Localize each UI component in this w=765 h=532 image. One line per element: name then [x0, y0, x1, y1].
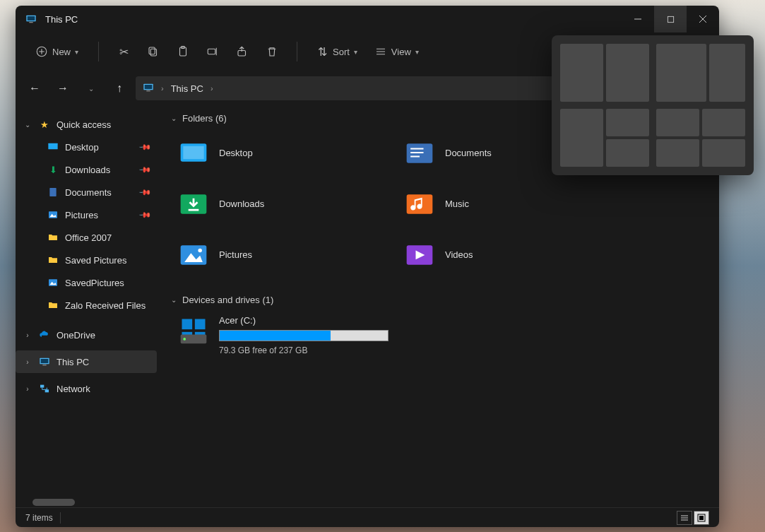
svg-rect-22 [146, 90, 150, 91]
snap-cell[interactable] [656, 139, 699, 167]
folder-item-desktop[interactable]: Desktop [178, 134, 404, 172]
svg-rect-58 [699, 516, 704, 520]
svg-point-53 [183, 338, 186, 341]
sidebar-item-desktop[interactable]: Desktop 📌 [16, 136, 157, 158]
sidebar-item-documents[interactable]: Documents 📌 [16, 181, 157, 203]
plus-circle-icon [35, 45, 48, 58]
item-count: 7 items [25, 513, 53, 523]
copy-button[interactable] [141, 39, 165, 64]
star-icon: ★ [38, 118, 51, 131]
drive-item[interactable]: Acer (C:) 79.3 GB free of 237 GB [178, 315, 705, 355]
rename-button[interactable] [201, 39, 225, 64]
folder-item-videos[interactable]: Videos [404, 235, 630, 273]
sidebar-item-folder[interactable]: Saved Pictures [16, 249, 157, 271]
share-button[interactable] [230, 39, 254, 64]
pin-icon: 📌 [138, 140, 151, 153]
view-button[interactable]: View ▾ [369, 39, 425, 64]
folder-icon [47, 254, 59, 266]
snap-cell[interactable] [606, 139, 649, 167]
pin-icon: 📌 [138, 162, 151, 176]
paste-button[interactable] [171, 39, 195, 64]
sort-button[interactable]: ⇅ Sort ▾ [310, 39, 363, 64]
devices-group-header[interactable]: ⌄ Devices and drives (1) [171, 295, 705, 305]
picture-icon [47, 208, 59, 221]
snap-cell[interactable] [702, 109, 745, 136]
picture-icon [47, 276, 59, 289]
snap-cell[interactable] [702, 139, 745, 167]
snap-cell[interactable] [656, 109, 699, 136]
new-label: New [52, 47, 71, 57]
snap-cell[interactable] [606, 109, 649, 136]
forward-button[interactable]: → [51, 76, 75, 100]
pin-icon: 📌 [138, 185, 151, 199]
details-view-button[interactable] [677, 511, 692, 525]
cut-button[interactable]: ✂ [112, 39, 136, 64]
sidebar-item-pictures[interactable]: Pictures 📌 [16, 203, 157, 226]
chevron-right-icon: › [23, 385, 32, 393]
drive-free-text: 79.3 GB free of 237 GB [219, 345, 389, 355]
snap-cell[interactable] [656, 44, 706, 102]
view-label: View [391, 47, 411, 57]
sidebar-label: Quick access [57, 119, 111, 130]
recent-button[interactable]: ⌄ [79, 76, 103, 100]
group-header-label: Folders (6) [182, 113, 227, 124]
address-location: This PC [171, 83, 203, 94]
folder-label: Videos [445, 249, 473, 260]
svg-rect-35 [183, 146, 203, 159]
sidebar-network[interactable]: › Network [16, 377, 157, 400]
view-icon [374, 45, 387, 58]
chevron-down-icon: ▾ [354, 48, 357, 56]
scrollbar-thumb[interactable] [32, 499, 75, 506]
svg-rect-31 [42, 365, 46, 365]
folder-item-music[interactable]: Music [404, 184, 630, 223]
chevron-right-icon: › [23, 358, 32, 366]
svg-rect-10 [150, 49, 156, 56]
sidebar-quick-access[interactable]: ⌄ ★ Quick access [16, 113, 157, 136]
svg-rect-4 [668, 16, 673, 22]
document-icon [47, 186, 59, 199]
snap-cell[interactable] [606, 44, 649, 102]
folder-icon [404, 137, 435, 168]
close-button[interactable] [687, 6, 719, 32]
tiles-view-button[interactable] [694, 511, 709, 525]
chevron-right-icon: › [210, 84, 213, 93]
svg-rect-33 [45, 389, 49, 392]
minimize-button[interactable] [622, 6, 654, 32]
sidebar-this-pc[interactable]: › This PC [16, 350, 157, 373]
horizontal-scrollbar[interactable] [32, 499, 79, 506]
folder-item-pictures[interactable]: Pictures [178, 235, 404, 273]
sidebar-item-label: Zalo Received Files [65, 300, 146, 311]
sidebar-label: Network [57, 384, 90, 394]
snap-cell[interactable] [560, 44, 603, 102]
copy-icon [147, 45, 160, 58]
sidebar-item-label: Pictures [65, 210, 98, 220]
sidebar-item-folder[interactable]: SavedPictures [16, 271, 157, 294]
back-button[interactable]: ← [23, 76, 47, 100]
chevron-down-icon: ⌄ [23, 121, 32, 129]
snap-cell[interactable] [560, 109, 603, 167]
svg-rect-24 [49, 188, 56, 196]
snap-cell[interactable] [709, 44, 745, 102]
trash-icon [266, 45, 278, 58]
new-button[interactable]: New ▾ [28, 39, 85, 64]
snap-layout-left-stack [560, 109, 649, 167]
scissors-icon: ✂ [117, 45, 130, 58]
svg-rect-49 [195, 319, 206, 330]
sort-icon: ⇅ [316, 45, 328, 58]
folder-label: Documents [445, 148, 492, 158]
folder-icon [404, 239, 435, 270]
maximize-button[interactable] [654, 6, 687, 32]
sidebar-item-label: Desktop [65, 142, 99, 153]
delete-button[interactable] [260, 39, 284, 64]
svg-rect-30 [41, 359, 49, 363]
sidebar-item-folder[interactable]: Office 2007 [16, 226, 157, 249]
sidebar-item-downloads[interactable]: ⬇ Downloads 📌 [16, 158, 157, 181]
up-button[interactable]: ↑ [107, 76, 131, 100]
chevron-down-icon: ▾ [75, 48, 78, 56]
sidebar-onedrive[interactable]: › OneDrive [16, 324, 157, 346]
sidebar-item-folder[interactable]: Zalo Received Files [16, 294, 157, 317]
folder-item-downloads[interactable]: Downloads [178, 184, 404, 223]
svg-rect-14 [208, 49, 215, 54]
sidebar-item-label: SavedPictures [65, 278, 124, 288]
svg-rect-23 [48, 143, 57, 150]
